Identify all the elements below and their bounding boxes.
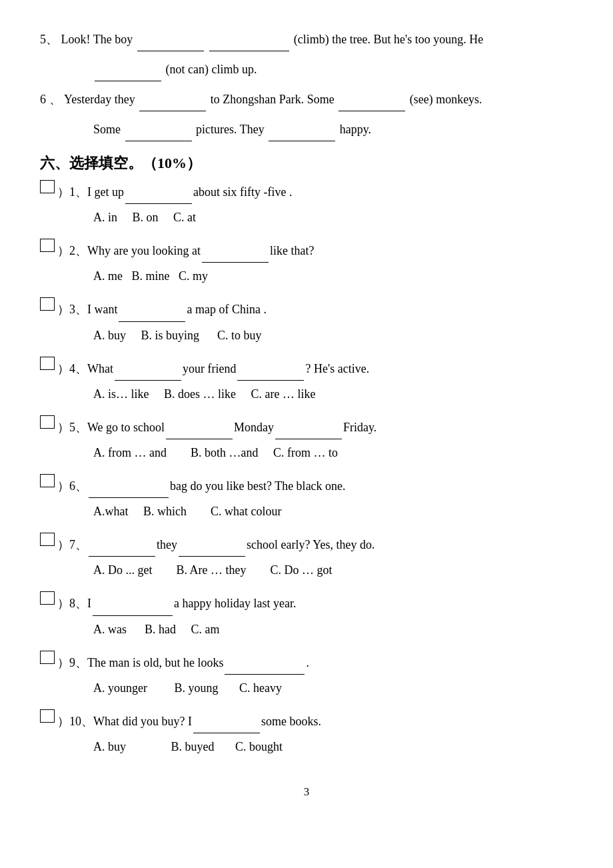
q8-mc-num: ）8、 (57, 592, 87, 615)
q9-mc-suffix: . (306, 651, 309, 674)
page-number: 3 (40, 785, 573, 799)
question-5: 5、 Look! The boy (climb) the tree. But h… (40, 27, 573, 51)
q6-mc-suffix: bag do you like best? The black one. (170, 475, 346, 497)
q5-label: 5、 Look! The boy (40, 33, 133, 46)
q10-mc-suffix: some books. (261, 710, 321, 733)
q6-blank4[interactable] (269, 117, 335, 141)
q4-blank2[interactable] (237, 357, 304, 381)
q7-mc-num: ）7、 (57, 533, 87, 556)
q5-mc-line: ）5、 We go to school Monday Friday. (40, 415, 573, 439)
q9-mc-text: The man is old, but he looks (87, 651, 223, 674)
q6-mc-options: A.what B. which C. what colour (93, 499, 573, 523)
q7-mc-blank1[interactable] (89, 533, 155, 557)
q10-mc-paren[interactable] (40, 709, 55, 723)
q6-suffix1: to Zhongshan Park. Some (211, 93, 334, 106)
q7-mc-paren[interactable] (40, 533, 55, 546)
q6-row2-suffix: happy. (340, 123, 371, 136)
q5-mc-mid: Monday (234, 416, 274, 439)
q4-paren[interactable] (40, 357, 55, 370)
q10-mc-blank[interactable] (193, 710, 260, 733)
q4-blank1[interactable] (115, 357, 181, 381)
q3-blank[interactable] (119, 298, 185, 321)
q2-line: ）2、 Why are you looking at like that? (40, 239, 573, 263)
section6-header: 六、选择填空。（10%） (40, 153, 573, 173)
mc-question-1: ）1、 I get up about six fifty -five . A. … (40, 180, 573, 229)
q8-mc-line: ）8、 I a happy holiday last year. (40, 591, 573, 615)
q5-mc-suffix: Friday. (343, 416, 376, 439)
mc-question-8: ）8、 I a happy holiday last year. A. was … (40, 591, 573, 641)
mc-question-4: ）4、 What your friend ? He's active. A. i… (40, 357, 573, 406)
q1-num: ）1、 (57, 181, 87, 203)
q3-line: ）3、 I want a map of China . (40, 297, 573, 321)
question-6: 6 、 Yesterday they to Zhongshan Park. So… (40, 87, 573, 111)
q5-mc-options: A. from … and B. both …and C. from … to (93, 441, 573, 465)
mc-question-2: ）2、 Why are you looking at like that? A.… (40, 239, 573, 288)
q6-row2-mid: pictures. They (196, 123, 265, 136)
mc-question-6: ）6、 bag do you like best? The black one.… (40, 474, 573, 523)
q5-blank2[interactable] (209, 27, 289, 51)
q5-blank3[interactable] (95, 57, 161, 81)
q5-blank1[interactable] (137, 27, 204, 51)
q10-mc-num: ）10、 (57, 710, 93, 733)
q3-text: I want (87, 298, 117, 321)
q1-paren[interactable] (40, 180, 55, 193)
q5-mc-blank1[interactable] (166, 416, 233, 439)
q2-text: Why are you looking at (87, 239, 201, 262)
q10-mc-text: What did you buy? I (93, 710, 192, 733)
q7-mc-blank2[interactable] (179, 533, 245, 557)
q5-suffix2: (not can) climb up. (166, 63, 257, 76)
q4-suffix: ? He's active. (305, 357, 369, 380)
mc-question-7: ）7、 they school early? Yes, they do. A. … (40, 533, 573, 582)
q1-text: I get up (87, 181, 124, 203)
q8-mc-options: A. was B. had C. am (93, 617, 573, 641)
q10-mc-line: ）10、 What did you buy? I some books. (40, 709, 573, 733)
q6-blank2[interactable] (338, 87, 405, 111)
q7-mc-mid1: they (157, 533, 177, 556)
mc-question-10: ）10、 What did you buy? I some books. A. … (40, 709, 573, 759)
q2-blank[interactable] (202, 239, 269, 263)
q9-mc-paren[interactable] (40, 651, 55, 664)
q2-num: ）2、 (57, 239, 87, 262)
mc-question-3: ）3、 I want a map of China . A. buy B. is… (40, 297, 573, 347)
q3-options: A. buy B. is buying C. to buy (93, 323, 573, 347)
q4-text: What (87, 357, 113, 380)
top-fill-section: 5、 Look! The boy (climb) the tree. But h… (40, 27, 573, 141)
q5-suffix1: (climb) the tree. But he's too young. He (294, 33, 484, 46)
q5-mc-paren[interactable] (40, 415, 55, 429)
q1-line: ）1、 I get up about six fifty -five . (40, 180, 573, 204)
q3-suffix: a map of China . (187, 298, 266, 321)
q2-paren[interactable] (40, 239, 55, 252)
q9-mc-options: A. younger B. young C. heavy (93, 676, 573, 700)
q7-mc-options: A. Do ... get B. Are … they C. Do … got (93, 558, 573, 582)
q6-label: 6 、 Yesterday they (40, 93, 135, 106)
q6-blank3[interactable] (125, 117, 192, 141)
q8-mc-blank[interactable] (93, 592, 173, 615)
q6-mc-num: ）6、 (57, 475, 87, 497)
q8-mc-suffix: a happy holiday last year. (174, 592, 296, 615)
q7-mc-suffix: school early? Yes, they do. (247, 533, 374, 556)
q5-mc-text: We go to school (87, 416, 165, 439)
q1-blank[interactable] (125, 181, 192, 204)
q9-mc-line: ）9、 The man is old, but he looks . (40, 651, 573, 675)
q8-mc-paren[interactable] (40, 591, 55, 605)
q6-blank1[interactable] (139, 87, 206, 111)
question-6-row2: Some pictures. They happy. (93, 117, 573, 141)
q5-mc-num: ）5、 (57, 416, 87, 439)
q3-paren[interactable] (40, 297, 55, 311)
q9-mc-num: ）9、 (57, 651, 87, 674)
q6-suffix2: (see) monkeys. (410, 93, 482, 106)
q7-mc-line: ）7、 they school early? Yes, they do. (40, 533, 573, 557)
q4-line: ）4、 What your friend ? He's active. (40, 357, 573, 381)
q8-mc-text: I (87, 592, 91, 615)
q2-options: A. me B. mine C. my (93, 264, 573, 288)
q6-mc-line: ）6、 bag do you like best? The black one. (40, 474, 573, 498)
q5-mc-blank2[interactable] (275, 416, 342, 439)
q6-mc-paren[interactable] (40, 474, 55, 487)
mc-question-5: ）5、 We go to school Monday Friday. A. fr… (40, 415, 573, 465)
q4-options: A. is… like B. does … like C. are … like (93, 382, 573, 406)
question-5-row2: (not can) climb up. (93, 57, 573, 81)
q6-mc-blank[interactable] (89, 475, 169, 498)
q1-suffix: about six fifty -five . (193, 181, 292, 203)
q9-mc-blank[interactable] (225, 651, 305, 675)
q6-row2-prefix: Some (93, 123, 121, 136)
